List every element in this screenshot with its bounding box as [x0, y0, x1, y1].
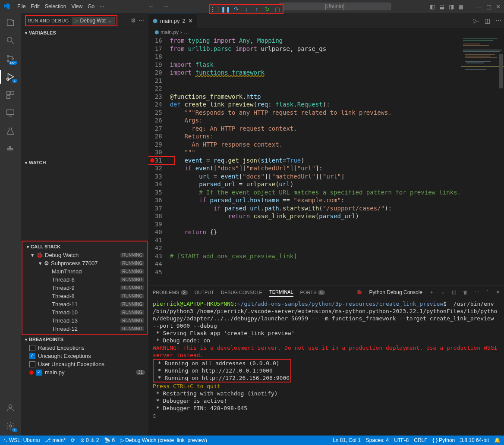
- menu-selection[interactable]: Selection: [42, 3, 69, 9]
- callstack-row[interactable]: MainThreadRUNNING: [22, 267, 147, 276]
- callstack-row[interactable]: Thread-11RUNNING: [22, 300, 147, 308]
- tab-main-py[interactable]: ⬢ main.py 2 ✕: [148, 13, 197, 28]
- layout-grid-icon[interactable]: ▦: [458, 3, 463, 10]
- encoding[interactable]: UTF-8: [394, 437, 409, 443]
- cursor-position[interactable]: Ln 81, Col 1: [333, 437, 361, 443]
- kill-terminal-icon[interactable]: 🗑: [463, 290, 468, 295]
- eol[interactable]: CRLF: [414, 437, 427, 443]
- drag-handle-icon[interactable]: ⋮⋮: [212, 6, 219, 13]
- git-branch[interactable]: ⎇ main*: [45, 437, 66, 443]
- step-into-icon[interactable]: ↓: [243, 6, 250, 13]
- split-terminal-icon[interactable]: ◫: [452, 289, 456, 295]
- maximize-panel-icon[interactable]: ˄: [486, 289, 489, 295]
- debug-config-selector[interactable]: ▷ Debug Wat ⌄: [72, 17, 115, 25]
- breadcrumb[interactable]: ⬢ main.py › …: [148, 28, 504, 37]
- menu-file[interactable]: File: [15, 3, 28, 9]
- menu-view[interactable]: View: [69, 3, 85, 9]
- debug-toolbar[interactable]: ⋮⋮ ❚❚ ↷ ↓ ↑ ↻ ▢: [209, 4, 284, 14]
- breakpoint-option[interactable]: Uncaught Exceptions: [21, 352, 148, 360]
- split-editor-icon[interactable]: ◫: [482, 17, 493, 24]
- tab-ports[interactable]: PORTS6: [300, 288, 325, 297]
- pause-icon[interactable]: ❚❚: [222, 6, 229, 13]
- breakpoint-option[interactable]: User Uncaught Exceptions: [21, 360, 148, 368]
- terminal-dropdown-icon[interactable]: ⌄: [441, 289, 445, 295]
- svg-rect-22: [465, 56, 491, 56]
- layout-bottom-icon[interactable]: ⬓: [439, 3, 444, 10]
- remote-explorer-icon[interactable]: [5, 108, 16, 118]
- callstack-row[interactable]: Thread-6RUNNING: [22, 276, 147, 284]
- run-debug-icon[interactable]: 1: [5, 72, 16, 82]
- nav-back-icon[interactable]: ←: [146, 3, 157, 10]
- breakpoints-section-header[interactable]: BREAKPOINTS: [21, 335, 148, 344]
- breakpoint-file[interactable]: main.py31: [21, 368, 148, 376]
- forwarded-ports[interactable]: 📡 6: [104, 437, 115, 443]
- new-terminal-icon[interactable]: ＋: [429, 289, 434, 295]
- variables-section-header[interactable]: VARIABLES: [21, 28, 148, 37]
- step-out-icon[interactable]: ↑: [253, 6, 260, 13]
- editor-area: ⬢ main.py 2 ✕ ▷· ◫ ⋯ ⬢ main.py › … 16171…: [148, 13, 504, 436]
- debug-settings-icon[interactable]: ⚙: [131, 17, 136, 24]
- variables-section: [21, 37, 148, 158]
- step-over-icon[interactable]: ↷: [233, 6, 239, 13]
- extensions-icon[interactable]: [5, 90, 16, 100]
- tab-close-icon[interactable]: ✕: [188, 18, 193, 24]
- tab-debug-console[interactable]: DEBUG CONSOLE: [221, 288, 262, 297]
- close-panel-icon[interactable]: ✕: [496, 289, 500, 295]
- debug-more-icon[interactable]: ⋯: [139, 17, 144, 24]
- callstack-row[interactable]: ▾⚙Subprocess 77007RUNNING: [22, 259, 147, 267]
- close-icon[interactable]: ✕: [496, 3, 501, 10]
- breakpoint-option[interactable]: Raised Exceptions: [21, 344, 148, 352]
- layout-right-icon[interactable]: ◨: [449, 3, 454, 10]
- callstack-row[interactable]: Thread-10RUNNING: [22, 308, 147, 317]
- callstack-row[interactable]: Thread-8RUNNING: [22, 292, 147, 300]
- layout-left-icon[interactable]: ◧: [430, 3, 435, 10]
- checkbox[interactable]: [29, 345, 35, 351]
- minimize-icon[interactable]: —: [476, 3, 482, 10]
- editor-more-icon[interactable]: ⋯: [493, 17, 504, 24]
- menu-more[interactable]: ···: [97, 3, 107, 9]
- testing-icon[interactable]: [5, 126, 16, 136]
- checkbox[interactable]: [36, 370, 42, 376]
- debug-status[interactable]: ▷ Debug Watch (create_link_preview): [120, 437, 207, 443]
- search-icon[interactable]: [5, 35, 16, 46]
- settings-icon[interactable]: 1: [5, 421, 16, 431]
- source-control-icon[interactable]: 1K+: [5, 53, 16, 64]
- remote-indicator[interactable]: ⇋ WSL: Ubuntu: [3, 437, 40, 443]
- terminal-content[interactable]: pierrick@LAPTOP-HKU5PNNG:~/git/add-ons-s…: [148, 298, 504, 436]
- code-body[interactable]: from typing import Any, Mappingfrom urll…: [170, 37, 461, 285]
- callstack-row[interactable]: Thread-9RUNNING: [22, 284, 147, 292]
- callstack-section-header[interactable]: CALL STACK: [22, 242, 147, 251]
- language-mode[interactable]: { } Python: [433, 437, 455, 443]
- tab-problems[interactable]: PROBLEMS2: [153, 288, 188, 297]
- nav-forward-icon[interactable]: →: [161, 3, 172, 10]
- restart-icon[interactable]: ↻: [264, 6, 271, 13]
- minimap[interactable]: [461, 37, 504, 285]
- docker-icon[interactable]: [5, 144, 16, 154]
- stop-icon[interactable]: ▢: [274, 6, 281, 13]
- menu-go[interactable]: Go: [85, 3, 97, 9]
- callstack-row[interactable]: Thread-13RUNNING: [22, 317, 147, 325]
- minimap-thumb[interactable]: [499, 54, 503, 88]
- notifications-icon[interactable]: 🔔: [494, 437, 501, 443]
- tab-terminal[interactable]: TERMINAL: [269, 288, 293, 297]
- callstack-row[interactable]: Thread-12RUNNING: [22, 325, 147, 333]
- run-editor-icon[interactable]: ▷·: [470, 17, 482, 24]
- code-editor[interactable]: 1617181920212223242526272829303132333435…: [148, 37, 504, 285]
- menu-edit[interactable]: Edit: [28, 3, 42, 9]
- errors-warnings[interactable]: ⊘ 0 ⚠ 2: [80, 437, 99, 443]
- terminal-profile-label[interactable]: Python Debug Console: [369, 289, 422, 295]
- watch-section-header[interactable]: WATCH: [21, 158, 148, 167]
- tab-output[interactable]: OUTPUT: [195, 288, 214, 297]
- account-icon[interactable]: [5, 403, 16, 413]
- checkbox[interactable]: [29, 353, 35, 359]
- maximize-icon[interactable]: ▢: [486, 3, 491, 10]
- checkbox[interactable]: [29, 361, 35, 367]
- panel-more-icon[interactable]: ⋯: [475, 289, 479, 295]
- debug-launch-icon[interactable]: 🐞: [356, 289, 362, 295]
- indentation[interactable]: Spaces: 4: [366, 437, 389, 443]
- command-center[interactable]: [Ubuntu]: [279, 3, 391, 10]
- explorer-icon[interactable]: [5, 17, 16, 28]
- python-interpreter[interactable]: 3.8.10 64-bit: [460, 437, 489, 443]
- git-sync[interactable]: ⟳: [71, 437, 75, 443]
- callstack-row[interactable]: ▾🐞Debug WatchRUNNING: [22, 251, 147, 259]
